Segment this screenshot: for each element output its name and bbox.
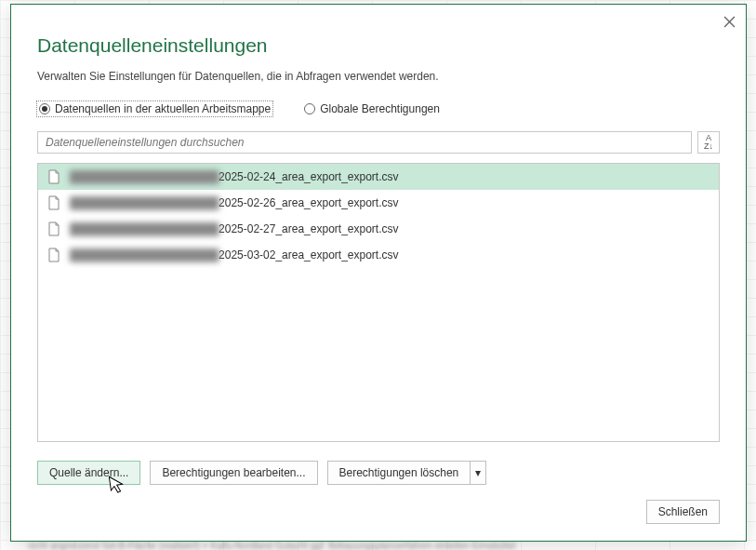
radio-icon [304,103,315,114]
file-name: 2025-02-27_area_export_export.csv [219,222,398,235]
file-prefix: ████████████████████ [70,222,219,235]
radio-icon [39,103,50,114]
file-icon [47,248,60,262]
dialog-subtitle: Verwalten Sie Einstellungen für Datenque… [37,70,720,83]
list-item[interactable]: ████████████████████2025-02-26_area_expo… [38,190,719,216]
file-icon [47,169,60,184]
file-prefix: ████████████████████ [70,248,219,262]
search-input[interactable] [37,131,692,154]
change-source-button[interactable]: Quelle ändern... [37,461,140,485]
radio-current-workbook[interactable]: Datenquellen in der aktuellen Arbeitsmap… [37,101,272,116]
file-icon [47,195,60,210]
radio-label: Globale Berechtigungen [320,102,440,115]
background-spreadsheet-text: nicht angrenzend Set-B-Fläche (realisier… [28,541,756,550]
list-item[interactable]: ████████████████████2025-03-02_area_expo… [38,242,719,268]
list-item[interactable]: ████████████████████2025-02-27_area_expo… [38,216,719,242]
file-path: ████████████████████2025-02-24_area_expo… [70,170,399,183]
list-item[interactable]: ████████████████████2025-02-24_area_expo… [38,164,719,190]
file-path: ████████████████████2025-02-27_area_expo… [70,222,399,235]
clear-permissions-dropdown[interactable]: Berechtigungen löschen ▾ [327,461,487,485]
sort-button[interactable]: AZ↓ [697,131,720,154]
file-name: 2025-02-24_area_export_export.csv [219,170,398,183]
radio-global-permissions[interactable]: Globale Berechtigungen [302,101,442,116]
clear-permissions-button[interactable]: Berechtigungen löschen [327,461,471,485]
file-prefix: ████████████████████ [70,170,219,183]
close-button[interactable]: Schließen [646,500,720,524]
scope-radio-group: Datenquellen in der aktuellen Arbeitsmap… [37,101,720,116]
file-prefix: ████████████████████ [70,196,219,209]
file-name: 2025-03-02_area_export_export.csv [219,248,398,262]
dialog-title: Datenquelleneinstellungen [37,34,720,57]
data-source-list[interactable]: ████████████████████2025-02-24_area_expo… [37,163,720,442]
close-icon[interactable] [720,12,738,31]
data-source-settings-dialog: Datenquelleneinstellungen Verwalten Sie … [10,4,747,542]
file-name: 2025-02-26_area_export_export.csv [219,196,398,209]
sort-icon: AZ↓ [704,134,713,151]
file-icon [47,221,60,236]
edit-permissions-button[interactable]: Berechtigungen bearbeiten... [150,461,317,485]
file-path: ████████████████████2025-03-02_area_expo… [70,248,399,262]
radio-label: Datenquellen in der aktuellen Arbeitsmap… [55,102,271,115]
file-path: ████████████████████2025-02-26_area_expo… [70,196,399,209]
chevron-down-icon[interactable]: ▾ [471,461,486,485]
